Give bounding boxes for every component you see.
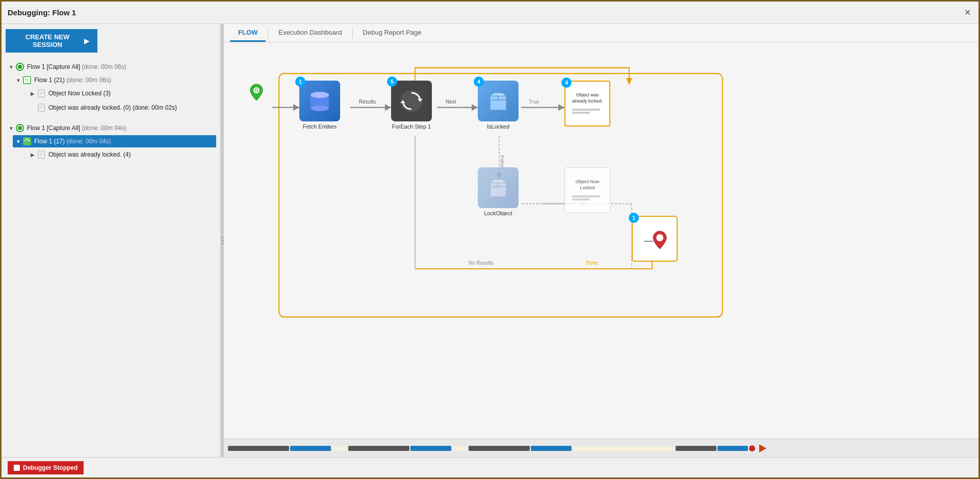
timeline-end-dot	[749, 445, 755, 451]
svg-text:No Results: No Results	[469, 260, 494, 266]
tab-flow[interactable]: FLOW	[230, 24, 266, 42]
main-window: Debugging: Flow 1 ✕ CREATE NEW SESSION ▶…	[0, 0, 980, 479]
islocked-badge: 4	[474, 77, 484, 87]
doc-icon-1	[36, 88, 46, 98]
start-pin	[249, 83, 264, 102]
fetch-entities-label: Fetch Entities	[303, 123, 337, 130]
obj-already-locked-row[interactable]: Object was already locked. (0) (done: 00…	[27, 102, 216, 114]
svg-point-36	[311, 92, 329, 98]
debugger-stopped-label: Debugger Stopped	[23, 464, 78, 471]
foreach-label: ForEach Step 1	[392, 123, 431, 130]
main-content: CREATE NEW SESSION ▶ ▼ Flow 1 [Capture A…	[2, 24, 978, 457]
timeline-bar	[228, 444, 974, 452]
obj-already-locked-label: Object was already locked. (0) (done: 00…	[48, 104, 177, 111]
fetch-entities-node[interactable]: 1 Fetch Entities	[299, 81, 340, 130]
flow-1-17-item: ▼ Flow 1 (17) (done: 00m 04s) ▶	[13, 134, 216, 163]
svg-text:True: True	[529, 98, 539, 105]
session-2-row[interactable]: ▼ Flow 1 [Capture All] (done: 00m 04s)	[6, 122, 216, 134]
toggle-icon: ▼	[8, 64, 15, 70]
lockobject-label: LockObject	[484, 210, 512, 216]
session-2-item: ▼ Flow 1 [Capture All] (done: 00m 04s) ▼	[6, 121, 216, 164]
islocked-node[interactable]: 4 IsLocked	[478, 81, 519, 130]
lockobject-node[interactable]: LockObject	[478, 167, 519, 216]
session-tree: ▼ Flow 1 [Capture All] (done: 00m 06s) ▼…	[6, 60, 216, 452]
svg-text:Done: Done	[586, 260, 598, 266]
toggle-icon: ▼	[15, 78, 22, 83]
svg-text:Results: Results	[359, 98, 376, 105]
obj-now-locked-row[interactable]: ▶ Object Now Locked (3)	[27, 87, 216, 99]
footer: Debugger Stopped	[2, 457, 978, 477]
create-session-button[interactable]: CREATE NEW SESSION ▶	[6, 29, 97, 53]
loop-icon-1: ↻	[22, 75, 32, 85]
tabs-bar: FLOW Execution Dashboard Debug Report Pa…	[224, 24, 978, 42]
debugger-stopped-indicator: Debugger Stopped	[8, 461, 84, 474]
window-title: Debugging: Flow 1	[8, 8, 76, 17]
svg-text:False: False	[500, 155, 505, 167]
create-session-label: CREATE NEW SESSION	[14, 33, 81, 48]
resize-dots	[222, 237, 223, 244]
tab-debug[interactable]: Debug Report Page	[355, 24, 430, 42]
obj-already-locked2-row[interactable]: ▶ Object was already locked. (4)	[27, 148, 216, 161]
green-circle-icon-2	[16, 124, 24, 132]
flow-1-17-label: Flow 1 (17) (done: 00m 04s)	[34, 138, 111, 145]
doc-icon-2	[36, 103, 46, 113]
right-panel: FLOW Execution Dashboard Debug Report Pa…	[224, 24, 978, 457]
arrow-icon: ▶	[84, 37, 89, 45]
obj-already-locked-item: Object was already locked. (0) (done: 00…	[27, 100, 216, 115]
toggle-icon: ▼	[8, 125, 15, 131]
foreach-node[interactable]: 5 ForEach Step 1	[391, 81, 432, 130]
flow-canvas: Results Next True False	[224, 42, 978, 439]
obj-already-locked2-item: ▶ Object was already locked. (4)	[27, 147, 216, 162]
now-locked-text: Object Now Locked	[568, 179, 607, 191]
session-1-icon	[15, 62, 25, 72]
already-locked-text: Object was already locked.	[569, 92, 606, 104]
flow-1-21-label: Flow 1 (21) (done: 00m 06s)	[34, 77, 111, 84]
fetch-badge: 1	[295, 77, 305, 87]
toggle-icon: ▶	[29, 91, 36, 96]
flow-1-21-row[interactable]: ▼ ↻ Flow 1 (21) (done: 00m 06s)	[13, 74, 216, 86]
tab-execution[interactable]: Execution Dashboard	[270, 24, 350, 42]
obj-now-locked-item: ▶ Object Now Locked (3)	[27, 86, 216, 100]
flow-1-17-row[interactable]: ▼ Flow 1 (17) (done: 00m 04s)	[13, 135, 216, 147]
flow-1-21-item: ▼ ↻ Flow 1 (21) (done: 00m 06s) ▶	[13, 73, 216, 116]
green-circle-icon	[16, 63, 24, 71]
foreach-badge: 5	[387, 77, 397, 87]
close-button[interactable]: ✕	[962, 8, 972, 18]
session-1-label: Flow 1 [Capture All] (done: 00m 06s)	[27, 63, 126, 70]
end-badge: 1	[629, 213, 639, 223]
already-locked-node[interactable]: 4 Object was already locked.	[564, 81, 610, 129]
svg-text:Next: Next	[446, 98, 456, 105]
already-locked-badge: 4	[561, 78, 572, 88]
title-bar: Debugging: Flow 1 ✕	[2, 2, 978, 24]
timeline-arrow	[759, 444, 766, 452]
fetch-entities-box: 1	[299, 81, 340, 121]
svg-point-35	[311, 105, 329, 111]
session-2-label: Flow 1 [Capture All] (done: 00m 04s)	[27, 124, 126, 132]
bottom-scrollbar[interactable]	[224, 439, 978, 457]
islocked-label: IsLocked	[487, 123, 509, 130]
session-1-item: ▼ Flow 1 [Capture All] (done: 00m 06s) ▼…	[6, 60, 216, 117]
toggle-icon: ▼	[15, 139, 22, 144]
doc-icon-3	[36, 149, 46, 160]
tab-divider-1	[268, 28, 268, 38]
stop-icon	[14, 465, 20, 471]
svg-point-31	[253, 87, 260, 93]
end-node[interactable]: 1	[632, 216, 678, 262]
obj-now-locked-label: Object Now Locked (3)	[48, 90, 111, 97]
svg-marker-8	[28, 140, 30, 141]
lockobject-box	[478, 167, 519, 208]
obj-already-locked2-label: Object was already locked. (4)	[48, 151, 131, 158]
toggle-icon: ▶	[29, 152, 36, 158]
left-panel: CREATE NEW SESSION ▶ ▼ Flow 1 [Capture A…	[2, 24, 221, 457]
now-locked-node[interactable]: Object Now Locked	[564, 167, 610, 215]
tab-divider-2	[352, 28, 353, 38]
svg-point-40	[656, 234, 663, 241]
islocked-box: 4	[478, 81, 519, 121]
loop-icon-selected	[22, 136, 32, 146]
session-2-icon	[15, 123, 25, 133]
session-1-row[interactable]: ▼ Flow 1 [Capture All] (done: 00m 06s)	[6, 61, 216, 73]
foreach-box: 5	[391, 81, 432, 121]
